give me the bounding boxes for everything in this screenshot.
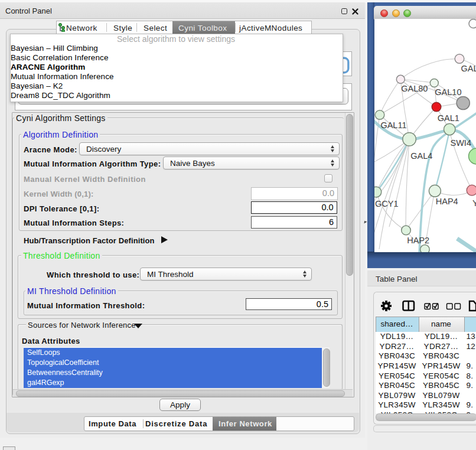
svg-text:GAL1: GAL1: [437, 113, 459, 122]
svg-text:GAL7: GAL7: [461, 63, 476, 73]
svg-text:GAL10: GAL10: [435, 87, 461, 96]
svg-text:HAP2: HAP2: [407, 235, 429, 244]
svg-text:GAL4: GAL4: [410, 151, 432, 160]
svg-text:GCY1: GCY1: [375, 199, 399, 208]
svg-text:GAL80: GAL80: [401, 84, 428, 93]
svg-text:SWI4: SWI4: [450, 138, 471, 147]
svg-text:Y: Y: [472, 198, 476, 207]
svg-text:GAL11: GAL11: [380, 120, 406, 129]
svg-text:HAP4: HAP4: [435, 197, 458, 206]
